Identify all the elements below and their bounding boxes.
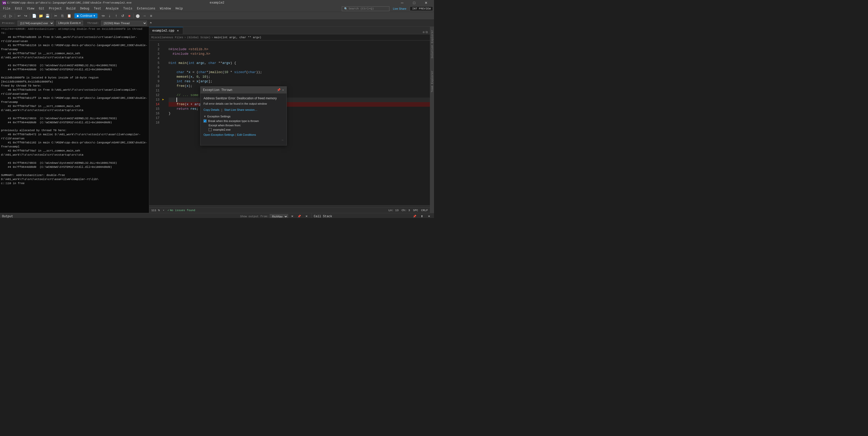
redo-button[interactable]: ↪ bbox=[23, 13, 29, 19]
code-line-3: #include <string.h> bbox=[168, 52, 430, 56]
right-sidebar: Solution Explorer Team Explorer bbox=[430, 27, 434, 213]
breadcrumb-misc[interactable]: Miscellaneous Files bbox=[151, 36, 183, 39]
toolbar-sep-1 bbox=[15, 13, 15, 18]
title-bar: VS C:\MSDN\cpp-docs-pr\docs\c-language\A… bbox=[0, 0, 434, 6]
menu-tools[interactable]: Tools bbox=[121, 6, 134, 11]
menu-project[interactable]: Project bbox=[47, 6, 64, 11]
breadcrumb-sep-1: › bbox=[184, 36, 186, 39]
except-from-row: Except when thrown from: bbox=[204, 124, 283, 127]
forward-button[interactable]: ▷ bbox=[8, 13, 14, 19]
fold-icon-5[interactable]: ⊟ bbox=[168, 61, 170, 65]
process-label: Process: bbox=[2, 22, 16, 25]
editor-panel: example2.cpp ✕ ⚙ ⧉ Miscellaneous Files ›… bbox=[149, 27, 430, 213]
undo-button[interactable]: ↩ bbox=[16, 13, 22, 19]
exception-settings-title: ▼ Exception Settings bbox=[204, 115, 283, 118]
except-from-label: Except when thrown from: bbox=[209, 124, 241, 127]
menu-build[interactable]: Build bbox=[64, 6, 78, 11]
lifecycle-events-button[interactable]: Lifecycle Events ▾ bbox=[56, 21, 83, 26]
menu-test[interactable]: Test bbox=[92, 6, 103, 11]
menu-window[interactable]: Window bbox=[158, 6, 173, 11]
minimize-button[interactable]: ─ bbox=[396, 0, 408, 6]
process-dropdown[interactable]: [11744] example2.exe bbox=[18, 21, 54, 26]
callstack-pin-button[interactable]: 📌 bbox=[411, 213, 418, 218]
show-threads-button[interactable]: ≡ bbox=[148, 13, 154, 19]
fold-icon-2[interactable]: ⊟ bbox=[168, 47, 170, 52]
search-icon: 🔍 bbox=[344, 7, 348, 10]
continue-label: Continue bbox=[80, 14, 92, 18]
menu-debug[interactable]: Debug bbox=[78, 6, 91, 11]
output-pin-button[interactable]: 📌 bbox=[296, 213, 302, 218]
bottom-area: Output Show output from: RichNav ✕ 📌 ✕ R… bbox=[0, 213, 434, 218]
menu-extensions[interactable]: Extensions bbox=[135, 6, 157, 11]
save-button[interactable]: 💾 bbox=[44, 13, 51, 19]
solution-explorer-label[interactable]: Solution Explorer bbox=[431, 30, 434, 58]
crlf-status[interactable]: CRLF bbox=[421, 209, 428, 212]
step-into-button[interactable]: ↓ bbox=[106, 13, 113, 19]
break-exception-checkbox[interactable]: ✓ bbox=[204, 119, 207, 123]
exception-close-icon[interactable]: ✕ bbox=[282, 88, 284, 92]
title-bar-right: ─ □ ✕ bbox=[396, 0, 432, 6]
output-title: Output bbox=[2, 215, 13, 218]
continue-button[interactable]: ▶ Continue ▾ bbox=[74, 13, 97, 18]
menu-file[interactable]: File bbox=[1, 6, 12, 11]
menu-bar: File Edit View Git Project Build Debug T… bbox=[0, 6, 434, 12]
cut-button[interactable]: ✂ bbox=[53, 13, 59, 19]
zoom-dropdown-icon[interactable]: ▾ bbox=[163, 209, 164, 212]
thread-dropdown[interactable]: [32260] Main Thread bbox=[101, 21, 147, 26]
show-next-statement[interactable]: → bbox=[142, 13, 148, 19]
tab-close-button[interactable]: ✕ bbox=[176, 29, 180, 33]
exception-title-actions: 📌 ✕ bbox=[277, 88, 284, 92]
tab-label: example2.cpp bbox=[152, 29, 174, 33]
menu-git[interactable]: Git bbox=[37, 6, 46, 11]
output-clear-button[interactable]: ✕ bbox=[289, 213, 295, 218]
stop-button[interactable]: ■ bbox=[126, 13, 132, 19]
paste-button[interactable]: 📋 bbox=[66, 13, 72, 19]
copy-details-link[interactable]: Copy Details bbox=[204, 108, 219, 112]
live-share-button[interactable]: Live Share bbox=[391, 6, 408, 12]
code-line-8: memset ( x , 0 , 10 ); bbox=[168, 74, 430, 79]
menu-view[interactable]: View bbox=[25, 6, 36, 11]
search-box[interactable]: 🔍 Search (Ctrl+Q) bbox=[342, 6, 390, 11]
bottom-scrollbar[interactable] bbox=[149, 205, 430, 207]
new-file-button[interactable]: 📄 bbox=[31, 13, 37, 19]
team-explorer-label[interactable]: Team Explorer bbox=[431, 70, 434, 92]
menu-analyze[interactable]: Analyze bbox=[104, 6, 121, 11]
callstack-close-button[interactable]: ✕ bbox=[426, 213, 432, 218]
restore-button[interactable]: □ bbox=[408, 0, 420, 6]
example2-exe-checkbox[interactable] bbox=[209, 128, 212, 131]
step-over-button[interactable]: ⤼ bbox=[100, 13, 106, 19]
breakpoint-button[interactable]: ⬤ bbox=[135, 13, 141, 19]
close-button[interactable]: ✕ bbox=[420, 0, 432, 6]
restart-button[interactable]: ↺ bbox=[120, 13, 126, 19]
resize-icon[interactable]: ⋯ bbox=[282, 138, 283, 142]
menu-edit[interactable]: Edit bbox=[13, 6, 25, 11]
open-exception-settings-link[interactable]: Open Exception Settings bbox=[204, 133, 234, 136]
copy-button[interactable]: ⎘ bbox=[59, 13, 65, 19]
spc-status[interactable]: SPC bbox=[413, 209, 418, 212]
svg-text:VS: VS bbox=[3, 2, 6, 5]
ln-status[interactable]: Ln: 13 bbox=[389, 209, 399, 212]
step-out-button[interactable]: ↑ bbox=[113, 13, 119, 19]
edit-conditions-link[interactable]: Edit Conditions bbox=[237, 133, 256, 136]
open-folder-button[interactable]: 📁 bbox=[38, 13, 44, 19]
settings-icon[interactable]: ⚙ bbox=[423, 30, 425, 34]
tab-bar: example2.cpp ✕ ⚙ ⧉ bbox=[149, 27, 430, 34]
output-close-button[interactable]: ✕ bbox=[303, 213, 309, 218]
back-button[interactable]: ◁ bbox=[1, 13, 7, 19]
zoom-level[interactable]: 111 % bbox=[151, 209, 160, 212]
exception-title-text: Exception Thrown bbox=[203, 88, 232, 92]
process-bar: Process: [11744] example2.exe Lifecycle … bbox=[0, 20, 434, 27]
breadcrumb-scope[interactable]: (Global Scope) bbox=[187, 36, 210, 39]
editor-status-bar: 111 % ▾ ✓ No issues found Ln: 13 Ch: 3 S… bbox=[149, 207, 430, 213]
output-source-dropdown[interactable]: RichNav bbox=[270, 214, 288, 218]
menu-help[interactable]: Help bbox=[174, 6, 185, 11]
output-panel: Output Show output from: RichNav ✕ 📌 ✕ R… bbox=[0, 213, 312, 218]
ch-status[interactable]: Ch: 3 bbox=[402, 209, 410, 212]
tab-example2[interactable]: example2.cpp ✕ bbox=[149, 27, 183, 34]
live-share-session-link[interactable]: Start Live Share session… bbox=[224, 108, 257, 112]
breadcrumb-function[interactable]: main(int argc, char ** argv) bbox=[214, 36, 261, 39]
pin-icon[interactable]: 📌 bbox=[277, 88, 281, 92]
callstack-expand-button[interactable]: ⬆ bbox=[419, 213, 425, 218]
code-editor[interactable]: 1 2 3 4 5 6 7 8 9 10 11 12 13 14 15 16 1… bbox=[149, 40, 430, 205]
split-editor-icon[interactable]: ⧉ bbox=[426, 31, 428, 34]
